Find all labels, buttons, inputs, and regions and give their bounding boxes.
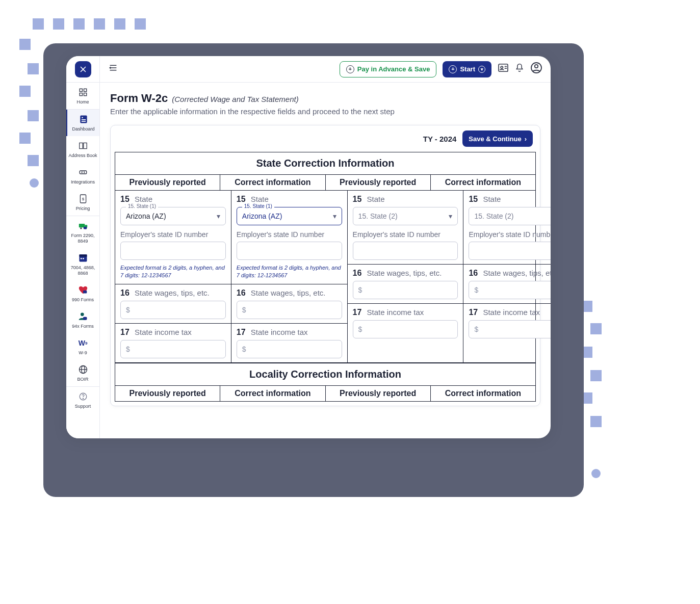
ein-label: Employer's state ID number [120,230,226,239]
state1-prev-tax-input[interactable]: $ [120,340,226,358]
box-number: 16 [120,288,131,298]
pay-advance-button[interactable]: + Pay in Advance & Save [340,61,437,77]
box-label: State income tax [483,308,540,317]
dollar-prefix: $ [474,325,478,333]
logo-icon [75,61,91,77]
nav-boir[interactable]: BOIR [66,360,99,386]
save-continue-button[interactable]: Save & Continue › [462,130,533,147]
dollar-prefix: $ [242,306,246,314]
nav-pricing[interactable]: $ Pricing [66,189,99,216]
select-placeholder: 15. State (2) [474,212,513,220]
nav-w9[interactable]: W9 W-9 [66,333,99,360]
svg-point-28 [501,66,503,68]
select-value: Arizona (AZ) [126,212,166,220]
support-icon [77,391,89,402]
col-prev-2: Previously reported [326,175,431,190]
state1-corr-tax-input[interactable]: $ [237,340,342,358]
state1-prev-ein-input[interactable] [120,242,226,260]
svg-rect-19 [83,258,84,259]
col-corr-2: Correct information [431,386,535,401]
svg-point-5 [82,117,83,118]
ein-hint: Expected format is 2 digits, a hyphen, a… [120,264,226,280]
nav-form-2290[interactable]: Form 2290, 8849 [66,216,99,248]
svg-point-26 [83,398,83,399]
box-number: 17 [353,308,363,317]
content-area: Form W-2c (Corrected Wage and Tax Statem… [100,83,551,438]
state2-corr-wages-input[interactable]: $ [469,281,551,299]
svg-rect-18 [81,258,82,259]
app-window: Home Dashboard Address Book Integrations [66,56,551,438]
nav-address-book[interactable]: Address Book [66,136,99,163]
state2-corr-col: 15 State 15. State (2) ▾ Employer's stat… [463,191,551,362]
start-dropdown-button[interactable]: + Start ▾ [443,61,491,77]
form-card: TY - 2024 Save & Continue › State Correc… [110,125,540,406]
state1-corr-select[interactable]: 15. State (1) Arizona (AZ) ▾ [237,207,342,225]
nav-label: Form 2290, 8849 [67,233,98,244]
page-title: Form W-2c [110,92,168,105]
box-label: State wages, tips, etc. [367,269,442,277]
svg-rect-6 [81,119,85,120]
box-number: 17 [469,308,479,317]
state1-prev-wages-input[interactable]: $ [120,301,226,319]
state2-corr-select[interactable]: 15. State (2) ▾ [469,207,551,225]
nav-integrations[interactable]: Integrations [66,163,99,189]
chevron-right-icon: › [525,135,527,143]
svg-rect-17 [79,254,87,256]
state1-prev-select[interactable]: 15. State (1) Arizona (AZ) ▾ [120,207,226,225]
select-value: Arizona (AZ) [242,212,282,220]
nav-label: 990 Forms [67,297,98,303]
svg-point-13 [80,227,82,229]
dollar-prefix: $ [358,325,362,333]
chevron-down-icon: ▾ [217,212,220,220]
svg-rect-7 [81,121,85,122]
nav-label: 94x Forms [67,324,98,329]
nav-label: Dashboard [68,126,98,132]
box-label: State wages, tips, etc. [483,269,551,277]
state2-prev-select[interactable]: 15. State (2) ▾ [353,207,458,225]
nav-dashboard[interactable]: Dashboard [66,110,99,136]
select-float-label: 15. State (1) [242,203,274,209]
sidebar-toggle-icon[interactable] [108,64,118,74]
nav-home[interactable]: Home [66,83,99,109]
box-label: State income tax [367,308,424,317]
col-prev-1: Previously reported [115,386,220,401]
box-label: State wages, tips, etc. [251,288,326,297]
start-label: Start [460,65,475,73]
box-label: State wages, tips, etc. [135,288,210,297]
state1-corr-ein-input[interactable] [237,242,342,260]
page-subtitle: (Corrected Wage and Tax Statement) [172,95,298,103]
svg-rect-2 [80,93,82,96]
svg-rect-15 [83,227,87,229]
nav-7004[interactable]: 7004, 4868, 8868 [66,248,99,280]
box-label: State income tax [251,328,308,336]
box-number: 15 [353,195,363,204]
state1-corr-wages-input[interactable]: $ [237,301,342,319]
app-logo [66,56,99,83]
nav-94x[interactable]: 94x Forms [66,307,99,333]
pricing-icon: $ [77,193,89,204]
bell-icon[interactable] [515,63,524,75]
ein-label: Employer's state ID number [469,230,551,239]
state2-corr-ein-input[interactable] [469,242,551,260]
state2-prev-ein-input[interactable] [353,242,458,260]
svg-rect-8 [80,171,87,174]
nav-label: BOIR [67,377,98,382]
box-label: State [483,195,501,203]
nav-990[interactable]: 990 Forms [66,280,99,307]
box-number: 15 [469,195,479,204]
box-number: 17 [237,328,247,337]
nav-support[interactable]: Support [66,387,99,413]
ein-label: Employer's state ID number [237,230,342,239]
box-number: 16 [353,269,363,278]
home-icon [77,87,89,98]
state2-prev-wages-input[interactable]: $ [353,281,458,299]
id-card-icon[interactable] [498,63,509,75]
profile-avatar-icon[interactable] [530,62,542,76]
svg-point-21 [81,313,84,317]
nav-label: Pricing [67,206,98,212]
w9-icon: W9 [77,337,89,349]
state2-corr-tax-input[interactable]: $ [469,320,551,338]
state2-prev-tax-input[interactable]: $ [353,320,458,338]
person-icon [77,311,89,322]
box-label: State [251,195,269,203]
